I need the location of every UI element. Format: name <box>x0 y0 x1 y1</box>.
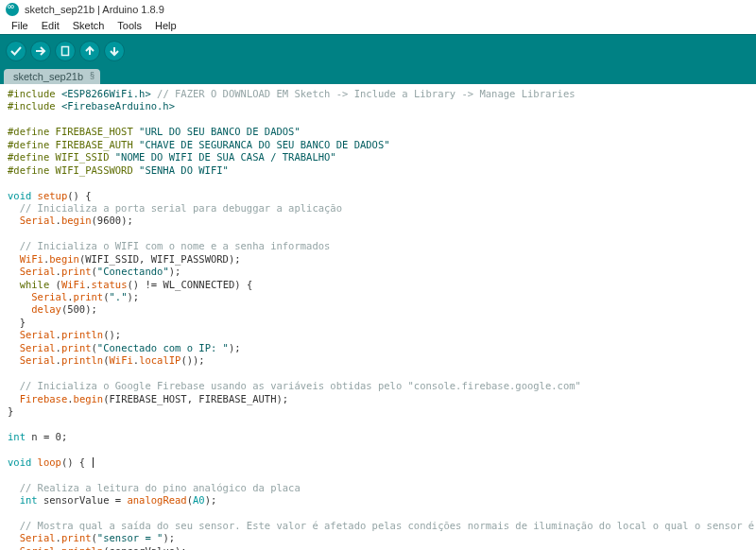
code-token: loop <box>38 456 61 468</box>
menu-tools[interactable]: Tools <box>112 19 147 32</box>
code-token: () != WL_CONNECTED) { <box>127 279 252 290</box>
code-token: void <box>8 190 38 201</box>
toolbar <box>0 34 756 67</box>
code-token: analogRead <box>127 494 186 506</box>
code-token <box>8 494 20 506</box>
code-token: // Realiza a leitura do pino analógico d… <box>8 482 301 493</box>
save-button[interactable] <box>104 41 125 61</box>
code-token <box>8 291 31 302</box>
code-token: int <box>8 431 26 442</box>
code-token: int <box>20 494 38 506</box>
code-token: delay <box>31 303 61 315</box>
code-token: Serial <box>20 342 56 353</box>
open-button[interactable] <box>79 41 100 61</box>
code-token: "." <box>110 291 128 302</box>
code-token: // Inicializa a porta serial para debugg… <box>8 202 342 214</box>
svg-rect-0 <box>62 47 69 56</box>
menu-sketch[interactable]: Sketch <box>67 19 111 32</box>
code-token <box>8 253 20 265</box>
text-cursor <box>93 457 94 468</box>
code-token: sensorValue = <box>38 494 128 506</box>
code-token: begin <box>61 215 92 226</box>
arrow-right-icon <box>35 45 46 57</box>
code-token <box>8 279 20 290</box>
code-token: () { <box>61 456 92 468</box>
arrow-down-icon <box>109 45 120 57</box>
code-token: Firebase <box>20 393 68 404</box>
code-token: begin <box>74 393 104 404</box>
code-token: "SENHA DO WIFI" <box>139 164 229 176</box>
code-token: println <box>61 354 103 366</box>
code-token: Serial <box>20 329 56 340</box>
code-token: ); <box>163 532 175 543</box>
code-token: "CHAVE DE SEGURANCA DO SEU BANCO DE DADO… <box>139 139 390 150</box>
code-token: <FirebaseArduino.h> <box>61 100 175 112</box>
code-token: #include <box>8 100 61 112</box>
code-token: ); <box>205 494 217 506</box>
code-token: println <box>61 545 103 550</box>
code-token: <ESP8266WiFi.h> <box>61 88 151 99</box>
check-icon <box>10 45 22 57</box>
tab-sketch[interactable]: sketch_sep21b <box>4 69 100 84</box>
code-token: WiFi <box>20 253 43 265</box>
code-token: println <box>61 329 103 340</box>
code-token: "Conectando" <box>97 266 169 277</box>
code-token: while <box>20 279 50 290</box>
code-token: // Mostra qual a saída do seu sensor. Es… <box>8 520 756 531</box>
menu-file[interactable]: File <box>6 19 34 32</box>
code-token: // FAZER O DOWNLOAD EM Sketch -> Include… <box>151 88 576 99</box>
verify-button[interactable] <box>6 41 26 61</box>
code-token: WiFi <box>110 354 133 366</box>
code-token: "NOME DO WIFI DE SUA CASA / TRABALHO" <box>115 151 336 163</box>
code-token: WiFi <box>61 279 85 290</box>
file-icon <box>60 45 71 57</box>
code-token: Serial <box>20 354 56 366</box>
menu-edit[interactable]: Edit <box>36 19 65 32</box>
code-token: } <box>8 405 13 417</box>
code-token: #define WIFI_PASSWORD <box>8 164 139 176</box>
code-token <box>8 393 20 404</box>
code-token: // Inicializa o WIFI com o nome e a senh… <box>8 240 330 251</box>
arduino-icon <box>6 3 19 16</box>
code-token: ()); <box>180 354 204 366</box>
code-token <box>8 532 20 543</box>
code-editor[interactable]: #include <ESP8266WiFi.h> // FAZER O DOWN… <box>0 84 756 550</box>
code-token: #include <box>8 88 61 99</box>
code-token <box>8 545 20 550</box>
menu-help[interactable]: Help <box>149 19 182 32</box>
code-token: (9600); <box>92 215 133 226</box>
code-token: Serial <box>20 545 56 550</box>
code-token: localIP <box>139 354 180 366</box>
code-token: "URL DO SEU BANCO DE DADOS" <box>139 126 301 137</box>
code-token: A0 <box>193 494 205 506</box>
menu-bar: File Edit Sketch Tools Help <box>0 19 756 34</box>
code-token: void <box>8 456 38 468</box>
code-token <box>8 354 20 366</box>
code-token: () { <box>67 190 91 201</box>
upload-button[interactable] <box>30 41 51 61</box>
code-token: ); <box>127 291 139 302</box>
code-token: print <box>61 266 92 277</box>
code-token: #define FIREBASE_AUTH <box>8 139 139 150</box>
code-token: ); <box>169 266 181 277</box>
code-token: print <box>61 532 92 543</box>
code-token <box>8 329 20 340</box>
code-token: } <box>8 317 26 328</box>
tab-strip: sketch_sep21b <box>0 67 756 84</box>
window-title: sketch_sep21b | Arduino 1.8.9 <box>25 4 164 15</box>
code-token <box>8 342 20 353</box>
code-token: begin <box>49 253 79 265</box>
code-token: "sensor = " <box>97 532 163 543</box>
code-token: ( <box>49 279 61 290</box>
code-token: #define WIFI_SSID <box>8 151 115 163</box>
code-token: setup <box>38 190 68 201</box>
arrow-up-icon <box>84 45 95 57</box>
new-button[interactable] <box>55 41 76 61</box>
code-token: #define FIREBASE_HOST <box>8 126 139 137</box>
code-token: (500); <box>61 303 97 315</box>
code-token <box>8 303 31 315</box>
code-token: // Inicializa o Google Firebase usando a… <box>8 380 581 391</box>
code-token: (sensorValue); <box>103 545 187 550</box>
code-token: (WIFI_SSID, WIFI_PASSWORD); <box>79 253 241 265</box>
code-token: status <box>92 279 128 290</box>
